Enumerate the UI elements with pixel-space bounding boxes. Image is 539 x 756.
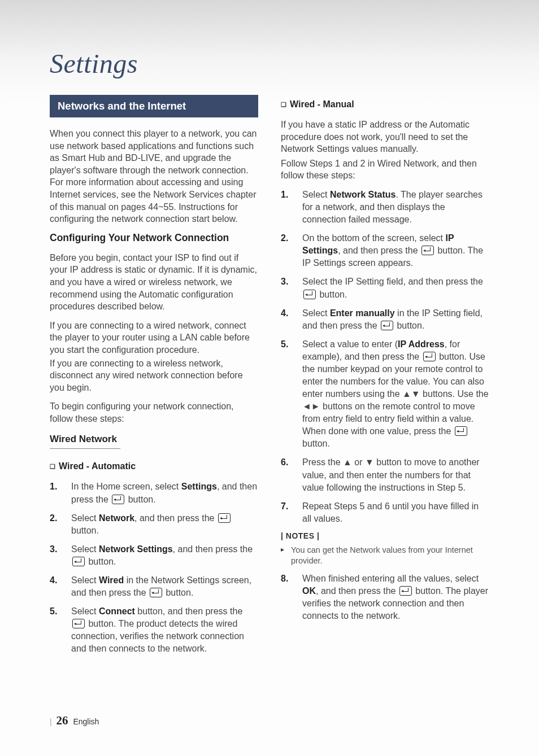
wired-network-heading: Wired Network	[50, 434, 120, 449]
configure-heading: Configuring Your Network Connection	[50, 232, 258, 244]
notes-label: | NOTES |	[281, 531, 489, 540]
enter-icon	[150, 588, 162, 597]
wired-manual-heading: ❑Wired - Manual	[281, 99, 489, 110]
configure-p1: Before you begin, contact your ISP to fi…	[50, 252, 258, 313]
enter-icon	[399, 586, 412, 596]
enter-icon	[112, 495, 124, 504]
list-item: Select Network Settings, and then press …	[50, 543, 258, 568]
list-item: Select the IP Setting field, and then pr…	[281, 276, 489, 300]
list-item: Repeat Steps 5 and 6 until you have fill…	[281, 500, 489, 525]
page-title: Settings	[50, 48, 489, 79]
enter-icon	[72, 557, 85, 566]
list-item: Select Enter manually in the IP Setting …	[281, 307, 489, 332]
wired-manual-step8: When finished entering all the values, s…	[281, 573, 489, 622]
enter-icon	[455, 426, 467, 436]
left-column: Networks and the Internet When you conne…	[50, 95, 258, 661]
enter-icon	[421, 246, 434, 255]
wired-manual-heading-text: Wired - Manual	[290, 99, 354, 109]
enter-icon	[72, 619, 85, 628]
list-item: When finished entering all the values, s…	[281, 573, 489, 622]
enter-icon	[423, 352, 436, 361]
enter-icon	[381, 321, 393, 330]
list-item: Select a value to enter (IP Address, for…	[281, 338, 489, 451]
configure-p2a: If you are connecting to a wired network…	[50, 320, 258, 356]
enter-icon	[218, 513, 231, 523]
list-item: Select Wired in the Network Settings scr…	[50, 574, 258, 599]
list-item: In the Home screen, select Settings, and…	[50, 480, 258, 505]
list-item: Select Network Status. The player search…	[281, 189, 489, 226]
wired-auto-steps: In the Home screen, select Settings, and…	[50, 480, 258, 655]
wired-manual-intro1: If you have a static IP address or the A…	[281, 119, 489, 155]
page-footer: | 26 English	[50, 714, 99, 728]
right-column: ❑Wired - Manual If you have a static IP …	[281, 95, 489, 661]
footer-lang: English	[73, 717, 99, 726]
wired-auto-heading: ❑Wired - Automatic	[50, 461, 258, 471]
list-item: Select Network, and then press the butto…	[50, 512, 258, 537]
wired-manual-intro2: Follow Steps 1 and 2 in Wired Network, a…	[281, 158, 489, 182]
enter-icon	[303, 290, 316, 299]
wired-manual-steps: Select Network Status. The player search…	[281, 189, 489, 525]
page-number: 26	[56, 714, 68, 727]
list-item: Press the ▲ or ▼ button to move to anoth…	[281, 456, 489, 493]
list-item: On the bottom of the screen, select IP S…	[281, 232, 489, 269]
intro-text: When you connect this player to a networ…	[50, 128, 258, 225]
note-item: You can get the Network values from your…	[281, 545, 489, 567]
list-item: Select Connect button, and then press th…	[50, 605, 258, 655]
section-header: Networks and the Internet	[50, 95, 258, 117]
configure-p2b: If you are connecting to a wireless netw…	[50, 357, 258, 394]
configure-p3: To begin configuring your network connec…	[50, 400, 258, 425]
wired-auto-heading-text: Wired - Automatic	[59, 461, 136, 471]
